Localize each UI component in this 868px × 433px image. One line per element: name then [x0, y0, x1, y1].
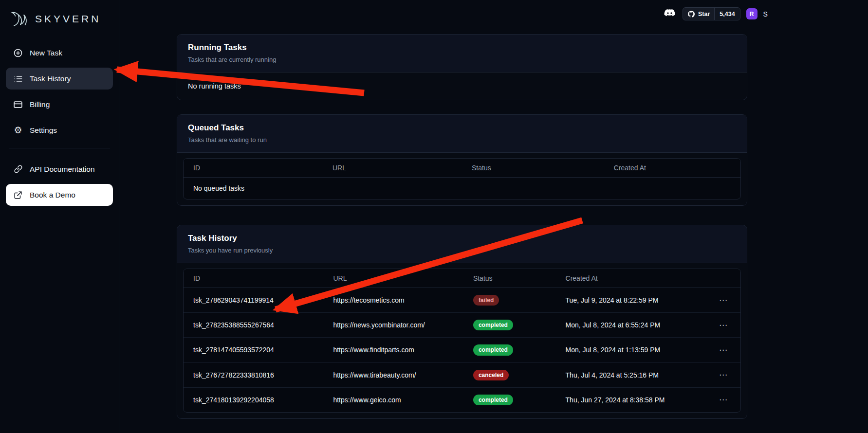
row-actions: ⋯: [704, 362, 740, 387]
status-cell: canceled: [463, 362, 556, 387]
status-badge: canceled: [473, 370, 509, 380]
task-history-card: Task History Tasks you have run previous…: [177, 225, 747, 419]
created-at-cell: Mon, Jul 8, 2024 at 6:55:24 PM: [556, 313, 704, 338]
row-menu-icon[interactable]: ⋯: [716, 295, 731, 306]
sidebar-item-label: Book a Demo: [30, 191, 75, 199]
row-actions: ⋯: [704, 288, 740, 313]
table-row[interactable]: tsk_278147405593572204https://www.findit…: [184, 338, 740, 362]
card-title: Running Tasks: [188, 43, 736, 53]
queued-tasks-table: ID URL Status Created At No queued tasks: [184, 159, 740, 199]
sidebar-item-api-documentation[interactable]: API Documentation: [6, 158, 113, 180]
created-at-cell: Tue, Jul 9, 2024 at 8:22:59 PM: [556, 288, 704, 313]
running-tasks-header: Running Tasks Tasks that are currently r…: [177, 35, 747, 72]
status-badge: completed: [473, 395, 513, 405]
row-menu-icon[interactable]: ⋯: [716, 320, 731, 331]
gear-icon: ⚙: [13, 126, 23, 135]
main-content: Running Tasks Tasks that are currently r…: [119, 0, 868, 433]
row-menu-icon[interactable]: ⋯: [716, 344, 731, 356]
sidebar-item-new-task[interactable]: New Task: [6, 42, 113, 64]
github-star-button[interactable]: Star 5,434: [683, 7, 740, 20]
plus-circle-icon: [13, 48, 23, 58]
sidebar-item-task-history[interactable]: Task History: [6, 68, 113, 90]
row-menu-icon[interactable]: ⋯: [716, 394, 731, 405]
task-url-cell: https://tecosmetics.com: [323, 288, 463, 313]
task-id-cell[interactable]: tsk_278235388555267564: [184, 313, 323, 338]
sidebar-item-label: Billing: [30, 100, 50, 109]
sidebar-item-book-a-demo[interactable]: Book a Demo: [6, 184, 113, 206]
row-actions: ⋯: [704, 387, 740, 412]
status-cell: failed: [463, 288, 556, 313]
queued-tasks-card: Queued Tasks Tasks that are waiting to r…: [177, 114, 747, 206]
task-url-cell: https://www.finditparts.com: [323, 338, 463, 362]
table-row[interactable]: tsk_276727822333810816https://www.tirabe…: [184, 362, 740, 387]
column-header-url: URL: [323, 269, 463, 288]
task-url-cell: https://www.tirabeauty.com/: [323, 362, 463, 387]
column-header-status: Status: [462, 159, 604, 178]
list-icon: [13, 74, 23, 84]
card-title: Task History: [188, 234, 736, 243]
row-menu-icon[interactable]: ⋯: [716, 369, 731, 380]
table-row[interactable]: tsk_274180139292204058https://www.geico.…: [184, 387, 740, 412]
table-row[interactable]: tsk_278235388555267564https://news.ycomb…: [184, 313, 740, 338]
sidebar-item-label: New Task: [30, 49, 62, 57]
column-header-id: ID: [184, 159, 323, 178]
running-tasks-card: Running Tasks Tasks that are currently r…: [177, 34, 747, 100]
sidebar-item-label: Settings: [30, 126, 57, 135]
task-id-cell[interactable]: tsk_274180139292204058: [184, 387, 323, 412]
logo[interactable]: SKYVERN: [6, 7, 113, 42]
column-header-status: Status: [463, 269, 556, 288]
sidebar: SKYVERN New Task Task History Billing ⚙ …: [0, 0, 119, 433]
topbar: Star 5,434 R S: [662, 7, 768, 20]
task-history-header: Task History Tasks you have run previous…: [177, 225, 747, 263]
sidebar-item-label: API Documentation: [30, 165, 95, 174]
column-header-id: ID: [184, 269, 323, 288]
created-at-cell: Thu, Jun 27, 2024 at 8:38:58 PM: [556, 387, 704, 412]
card-subtitle: Tasks that are currently running: [188, 56, 736, 63]
card-subtitle: Tasks that are waiting to run: [188, 136, 736, 144]
task-id-cell[interactable]: tsk_278629043741199914: [184, 288, 323, 313]
column-header-url: URL: [323, 159, 462, 178]
user-avatar[interactable]: R: [746, 8, 757, 19]
sidebar-item-label: Task History: [30, 74, 71, 83]
column-header-actions: [704, 269, 740, 288]
task-id-cell[interactable]: tsk_278147405593572204: [184, 338, 323, 362]
history-table-body: tsk_278629043741199914https://tecosmetic…: [184, 288, 740, 412]
sidebar-divider: [9, 148, 110, 148]
status-badge: completed: [473, 344, 513, 355]
status-badge: completed: [473, 320, 513, 330]
link-icon: [13, 164, 23, 174]
table-row[interactable]: tsk_278629043741199914https://tecosmetic…: [184, 288, 740, 313]
status-cell: completed: [463, 387, 556, 412]
task-history-table: ID URL Status Created At tsk_27862904374…: [184, 269, 740, 412]
logo-text: SKYVERN: [35, 13, 101, 25]
card-subtitle: Tasks you have run previously: [188, 247, 736, 254]
status-badge: failed: [473, 295, 499, 306]
queued-tasks-header: Queued Tasks Tasks that are waiting to r…: [177, 115, 747, 153]
queued-tasks-empty: No queued tasks: [184, 178, 740, 199]
skyvern-logo-icon: [10, 9, 30, 29]
external-link-icon: [13, 190, 23, 200]
task-url-cell: https://www.geico.com: [323, 387, 463, 412]
column-header-created-at: Created At: [604, 159, 740, 178]
created-at-cell: Mon, Jul 8, 2024 at 1:13:59 PM: [556, 338, 704, 362]
card-title: Queued Tasks: [188, 123, 736, 133]
sidebar-item-billing[interactable]: Billing: [6, 93, 113, 115]
task-url-cell: https://news.ycombinator.com/: [323, 313, 463, 338]
task-id-cell[interactable]: tsk_276727822333810816: [184, 362, 323, 387]
status-cell: completed: [463, 338, 556, 362]
github-icon: [687, 10, 695, 18]
row-actions: ⋯: [704, 338, 740, 362]
sidebar-item-settings[interactable]: ⚙ Settings: [6, 119, 113, 141]
user-name-partial: S: [763, 10, 768, 18]
github-star-label: Star: [698, 11, 710, 18]
column-header-created-at: Created At: [556, 269, 704, 288]
github-star-count: 5,434: [714, 8, 739, 20]
status-cell: completed: [463, 313, 556, 338]
discord-icon[interactable]: [662, 8, 677, 20]
running-tasks-empty: No running tasks: [177, 72, 747, 100]
created-at-cell: Thu, Jul 4, 2024 at 5:25:16 PM: [556, 362, 704, 387]
row-actions: ⋯: [704, 313, 740, 338]
credit-card-icon: [13, 100, 23, 109]
